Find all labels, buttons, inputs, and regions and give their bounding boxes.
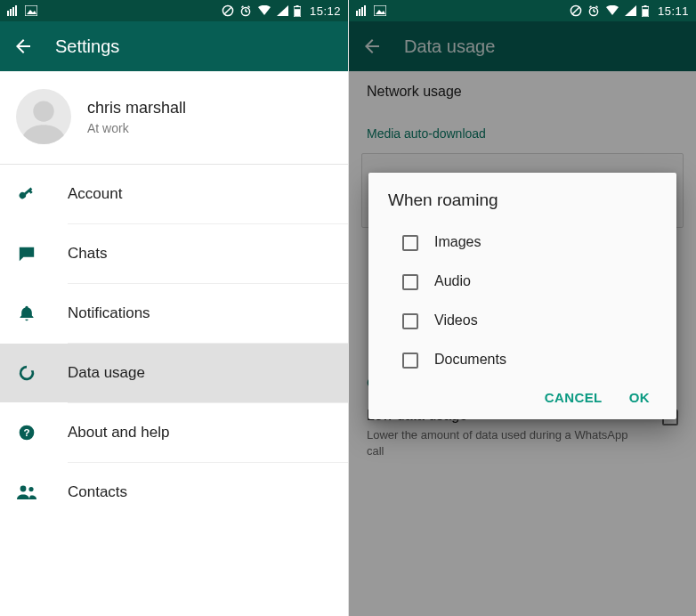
signal-bars-icon	[356, 5, 368, 16]
status-bar-left	[7, 5, 37, 16]
settings-item-label: Chats	[68, 245, 107, 263]
svg-marker-5	[27, 10, 36, 14]
svg-rect-24	[361, 7, 363, 16]
settings-item-data-usage[interactable]: Data usage	[0, 344, 348, 402]
svg-line-11	[241, 6, 243, 8]
status-bar-right: 15:11	[570, 4, 689, 18]
settings-item-contacts[interactable]: Contacts	[0, 463, 348, 522]
profile-status: At work	[87, 121, 186, 135]
settings-item-chats[interactable]: Chats	[0, 224, 348, 283]
battery-icon	[642, 5, 649, 17]
svg-line-33	[589, 6, 591, 8]
status-bar: 15:11	[349, 0, 696, 21]
image-icon	[25, 5, 37, 16]
dialog-title: When roaming	[388, 190, 657, 210]
svg-line-29	[572, 7, 579, 14]
settings-item-label: About and help	[68, 424, 169, 442]
do-not-disturb-icon	[222, 4, 234, 17]
settings-item-notifications[interactable]: Notifications	[0, 284, 348, 343]
cell-signal-icon	[625, 5, 636, 16]
svg-rect-1	[10, 9, 12, 16]
settings-item-label: Contacts	[68, 483, 127, 501]
when-roaming-dialog: When roaming ImagesAudioVideosDocuments …	[368, 173, 676, 419]
back-arrow-icon[interactable]	[12, 36, 34, 57]
dialog-option-audio[interactable]: Audio	[388, 262, 657, 301]
svg-marker-35	[625, 5, 636, 16]
bell-icon	[16, 303, 37, 324]
status-bar-right: 15:12	[222, 4, 341, 18]
key-icon	[16, 183, 37, 205]
svg-rect-23	[359, 9, 360, 16]
app-bar-title: Settings	[55, 36, 119, 57]
dialog-option-label: Documents	[434, 352, 506, 368]
dialog-option-label: Images	[434, 234, 481, 250]
phone-left-settings: 15:12 Settings chris marshall At work Ac…	[0, 0, 348, 616]
svg-rect-22	[356, 11, 358, 16]
svg-line-34	[596, 6, 598, 8]
svg-point-21	[28, 487, 33, 491]
svg-rect-16	[295, 9, 300, 16]
svg-rect-2	[12, 7, 14, 16]
image-icon	[374, 5, 386, 16]
checkbox[interactable]	[402, 353, 418, 369]
settings-list: AccountChatsNotificationsData usage?Abou…	[0, 165, 348, 522]
app-bar: Settings	[0, 21, 348, 71]
alarm-icon	[587, 4, 600, 17]
cell-signal-icon	[277, 5, 288, 16]
avatar	[16, 89, 71, 144]
svg-line-12	[248, 6, 250, 8]
battery-icon	[294, 5, 301, 17]
alarm-icon	[239, 4, 252, 17]
status-bar-left	[356, 5, 386, 16]
dialog-actions: CANCEL OK	[388, 379, 657, 412]
dialog-option-label: Audio	[434, 273, 471, 289]
svg-rect-3	[15, 5, 17, 16]
dialog-ok-button[interactable]: OK	[629, 390, 650, 405]
phone-right-data-usage: 15:11 Data usage Network usage Media aut…	[348, 0, 696, 616]
settings-item-label: Account	[68, 185, 122, 203]
dialog-option-label: Videos	[434, 312, 478, 328]
svg-line-7	[224, 7, 231, 14]
dialog-cancel-button[interactable]: CANCEL	[545, 390, 603, 405]
wifi-icon	[605, 5, 619, 16]
dialog-option-documents[interactable]: Documents	[388, 340, 657, 379]
svg-point-17	[33, 101, 53, 121]
svg-text:?: ?	[23, 426, 29, 438]
dialog-option-images[interactable]: Images	[388, 223, 657, 262]
chat-icon	[16, 243, 37, 264]
profile-row[interactable]: chris marshall At work	[0, 71, 348, 164]
contacts-icon	[16, 482, 37, 503]
settings-item-label: Data usage	[68, 364, 145, 382]
status-bar-time: 15:11	[658, 4, 689, 18]
status-bar-time: 15:12	[310, 4, 341, 18]
settings-item-account[interactable]: Account	[0, 165, 348, 223]
settings-item-label: Notifications	[68, 304, 150, 322]
signal-bars-icon	[7, 5, 20, 16]
dialog-option-videos[interactable]: Videos	[388, 301, 657, 340]
checkbox[interactable]	[402, 235, 418, 251]
svg-rect-25	[364, 5, 366, 16]
do-not-disturb-icon	[570, 4, 582, 17]
wifi-icon	[257, 5, 271, 16]
help-icon: ?	[16, 422, 37, 443]
checkbox[interactable]	[402, 313, 418, 329]
data-icon	[16, 362, 37, 384]
svg-point-20	[20, 486, 27, 492]
svg-rect-0	[7, 11, 9, 16]
status-bar: 15:12	[0, 0, 348, 21]
profile-name: chris marshall	[87, 99, 186, 118]
svg-marker-27	[376, 10, 385, 14]
svg-rect-38	[643, 9, 648, 16]
checkbox[interactable]	[402, 274, 418, 290]
svg-marker-13	[277, 5, 288, 16]
profile-text: chris marshall At work	[87, 99, 186, 135]
settings-item-about-and-help[interactable]: ?About and help	[0, 403, 348, 462]
